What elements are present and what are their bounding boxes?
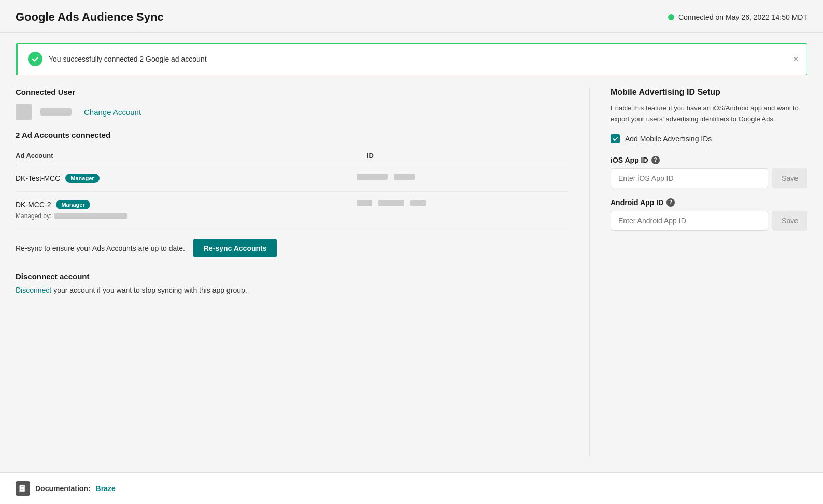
connected-user-row: Change Account bbox=[16, 104, 569, 120]
table-row: DK-Test-MCC Manager bbox=[16, 165, 569, 192]
manager-badge-2: Manager bbox=[56, 200, 90, 209]
account-name: DK-Test-MCC bbox=[16, 174, 60, 182]
main-content: You successfully connected 2 Google ad a… bbox=[0, 33, 823, 472]
managed-by-row: Managed by: bbox=[16, 212, 127, 220]
checkbox-row: Add Mobile Advertising IDs bbox=[611, 134, 807, 143]
ios-save-button[interactable]: Save bbox=[772, 168, 807, 188]
checkbox-label: Add Mobile Advertising IDs bbox=[625, 135, 712, 143]
resync-section: Re-sync to ensure your Ads Accounts are … bbox=[16, 228, 569, 270]
id-group-2 bbox=[357, 200, 569, 206]
id-placeholder bbox=[357, 174, 388, 180]
doc-footer: Documentation: Braze bbox=[0, 472, 823, 504]
ios-app-id-section: iOS App ID ? Save bbox=[611, 156, 807, 188]
ios-input-row: Save bbox=[611, 168, 807, 188]
col-account: Ad Account bbox=[16, 148, 357, 165]
id-placeholder-a bbox=[357, 200, 372, 206]
page-header: Google Ads Audience Sync Connected on Ma… bbox=[0, 0, 823, 33]
connected-dot bbox=[668, 14, 674, 20]
left-column: Connected User Change Account 2 Ad Accou… bbox=[16, 88, 590, 457]
account-name-cell-2: DK-MCC-2 Manager Managed by: bbox=[16, 200, 357, 220]
id-placeholder-2 bbox=[394, 174, 415, 180]
ios-app-id-input[interactable] bbox=[611, 168, 768, 188]
id-group bbox=[357, 174, 569, 180]
manager-badge: Manager bbox=[65, 174, 99, 183]
id-cell-2 bbox=[357, 192, 569, 228]
managed-by-placeholder bbox=[54, 213, 127, 219]
disconnect-title: Disconnect account bbox=[16, 272, 569, 281]
ios-help-icon[interactable]: ? bbox=[651, 156, 660, 164]
resync-text: Re-sync to ensure your Ads Accounts are … bbox=[16, 244, 185, 252]
doc-icon bbox=[16, 481, 30, 496]
mobile-ad-title: Mobile Advertising ID Setup bbox=[611, 88, 807, 97]
account-name-cell: DK-Test-MCC Manager bbox=[16, 174, 357, 183]
id-cell bbox=[357, 165, 569, 192]
table-row: DK-MCC-2 Manager Managed by: bbox=[16, 192, 569, 228]
android-app-id-input[interactable] bbox=[611, 211, 768, 231]
account-name-2: DK-MCC-2 bbox=[16, 200, 51, 209]
change-account-link[interactable]: Change Account bbox=[84, 108, 141, 117]
doc-braze-link[interactable]: Braze bbox=[96, 484, 116, 493]
id-placeholder-b bbox=[378, 200, 404, 206]
connection-status-text: Connected on May 26, 2022 14:50 MDT bbox=[678, 13, 807, 21]
account-name-row: DK-Test-MCC Manager bbox=[16, 174, 100, 183]
disconnect-section: Disconnect account Disconnect your accou… bbox=[16, 270, 569, 294]
android-help-icon[interactable]: ? bbox=[666, 198, 675, 207]
accounts-table: Ad Account ID DK-Test-MCC Manager bbox=[16, 148, 569, 228]
page-title: Google Ads Audience Sync bbox=[16, 10, 164, 24]
mobile-ad-description: Enable this feature if you have an iOS/A… bbox=[611, 103, 807, 125]
ios-app-id-label: iOS App ID ? bbox=[611, 156, 807, 164]
success-banner: You successfully connected 2 Google ad a… bbox=[16, 43, 807, 75]
android-app-id-section: Android App ID ? Save bbox=[611, 198, 807, 231]
account-name-row-2: DK-MCC-2 Manager bbox=[16, 200, 90, 209]
ad-accounts-title: 2 Ad Accounts connected bbox=[16, 131, 569, 139]
disconnect-link[interactable]: Disconnect bbox=[16, 286, 51, 294]
android-app-id-label: Android App ID ? bbox=[611, 198, 807, 207]
android-save-button[interactable]: Save bbox=[772, 211, 807, 231]
connected-user-title: Connected User bbox=[16, 88, 569, 96]
success-icon bbox=[28, 52, 42, 66]
right-column: Mobile Advertising ID Setup Enable this … bbox=[590, 88, 807, 457]
managed-by-label: Managed by: bbox=[16, 212, 51, 220]
id-placeholder-c bbox=[410, 200, 426, 206]
banner-message: You successfully connected 2 Google ad a… bbox=[49, 55, 207, 63]
android-input-row: Save bbox=[611, 211, 807, 231]
disconnect-text: Disconnect your account if you want to s… bbox=[16, 286, 569, 294]
connection-status: Connected on May 26, 2022 14:50 MDT bbox=[668, 13, 807, 21]
doc-label: Documentation: bbox=[35, 484, 91, 493]
user-avatar bbox=[16, 104, 32, 120]
two-column-layout: Connected User Change Account 2 Ad Accou… bbox=[16, 88, 807, 457]
banner-close-button[interactable]: × bbox=[793, 54, 799, 64]
col-id: ID bbox=[357, 148, 569, 165]
resync-button[interactable]: Re-sync Accounts bbox=[193, 239, 277, 257]
disconnect-suffix: your account if you want to stop syncing… bbox=[51, 286, 247, 294]
user-name-placeholder bbox=[40, 108, 72, 116]
mobile-advertising-checkbox[interactable] bbox=[611, 134, 620, 143]
